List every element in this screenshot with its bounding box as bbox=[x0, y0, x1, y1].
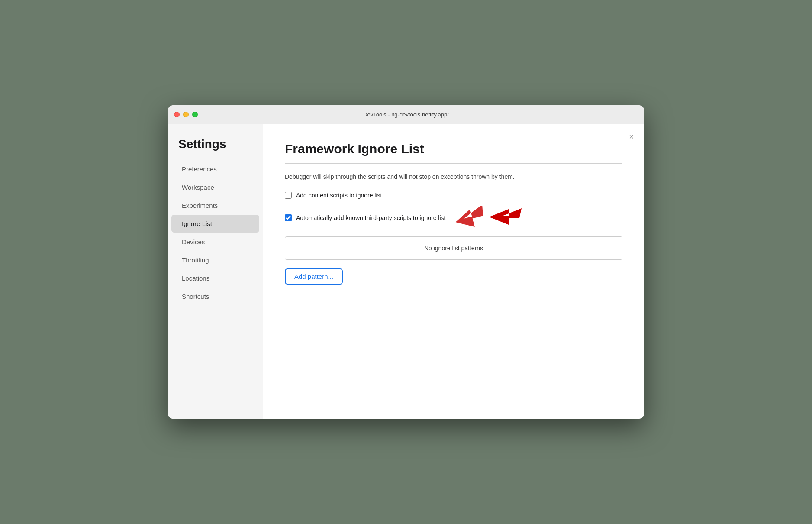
description-text: Debugger will skip through the scripts a… bbox=[285, 172, 622, 181]
sidebar-item-preferences[interactable]: Preferences bbox=[171, 160, 259, 178]
sidebar-item-workspace[interactable]: Workspace bbox=[171, 178, 259, 196]
sidebar-item-ignore-list[interactable]: Ignore List bbox=[171, 215, 259, 233]
auto-add-third-party-label[interactable]: Automatically add known third-party scri… bbox=[296, 214, 445, 221]
svg-marker-0 bbox=[455, 206, 485, 230]
maximize-traffic-light[interactable] bbox=[192, 112, 198, 117]
main-content: × Framework Ignore List Debugger will sk… bbox=[263, 124, 644, 419]
window-title: DevTools - ng-devtools.netlify.app/ bbox=[363, 111, 449, 118]
traffic-lights bbox=[174, 112, 198, 117]
close-button[interactable]: × bbox=[629, 133, 634, 141]
sidebar-item-shortcuts[interactable]: Shortcuts bbox=[171, 288, 259, 305]
red-arrow-annotation bbox=[455, 204, 522, 231]
no-patterns-box: No ignore list patterns bbox=[285, 236, 622, 260]
add-content-scripts-checkbox[interactable] bbox=[285, 192, 292, 199]
checkbox-row-content-scripts: Add content scripts to ignore list bbox=[285, 192, 622, 199]
auto-add-third-party-checkbox[interactable] bbox=[285, 214, 292, 221]
no-patterns-text: No ignore list patterns bbox=[424, 245, 483, 252]
section-divider bbox=[285, 163, 622, 164]
svg-marker-1 bbox=[489, 208, 522, 225]
sidebar-title: Settings bbox=[168, 137, 263, 160]
sidebar-item-locations[interactable]: Locations bbox=[171, 269, 259, 287]
title-bar: DevTools - ng-devtools.netlify.app/ bbox=[168, 105, 644, 124]
sidebar-item-throttling[interactable]: Throttling bbox=[171, 251, 259, 269]
sidebar-item-experiments[interactable]: Experiments bbox=[171, 197, 259, 214]
add-pattern-button[interactable]: Add pattern... bbox=[285, 268, 343, 285]
checkbox-row-third-party: Automatically add known third-party scri… bbox=[285, 204, 622, 231]
close-traffic-light[interactable] bbox=[174, 112, 180, 117]
app-window: DevTools - ng-devtools.netlify.app/ Sett… bbox=[168, 105, 644, 419]
sidebar-item-devices[interactable]: Devices bbox=[171, 233, 259, 251]
page-title: Framework Ignore List bbox=[285, 142, 622, 156]
minimize-traffic-light[interactable] bbox=[183, 112, 189, 117]
window-body: Settings Preferences Workspace Experimen… bbox=[168, 124, 644, 419]
add-content-scripts-label[interactable]: Add content scripts to ignore list bbox=[296, 192, 382, 199]
sidebar: Settings Preferences Workspace Experimen… bbox=[168, 124, 263, 419]
